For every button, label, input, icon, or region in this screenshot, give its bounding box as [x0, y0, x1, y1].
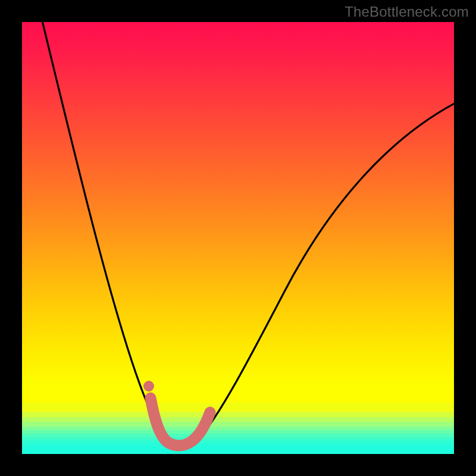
- curve-path: [41, 16, 462, 447]
- trough-marker: [151, 398, 210, 446]
- bottleneck-curve: [22, 22, 454, 454]
- chart-frame: TheBottleneck.com: [0, 0, 476, 476]
- trough-dot: [143, 381, 154, 392]
- watermark-text: TheBottleneck.com: [345, 4, 469, 20]
